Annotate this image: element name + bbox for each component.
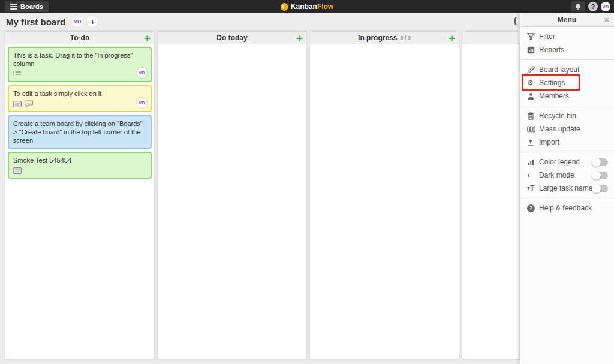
menu-item-board-layout[interactable]: Board layout <box>520 63 614 76</box>
menu-item-label: Large task names <box>539 184 596 192</box>
kanbanflow-logo: KanbanFlow <box>281 2 333 11</box>
question-mark-icon: ? <box>591 4 595 10</box>
bell-icon <box>574 3 582 10</box>
member-icon <box>527 92 539 100</box>
add-task-button[interactable]: + <box>296 32 303 44</box>
description-icon <box>13 101 22 107</box>
board-member-avatar[interactable]: VD <box>71 16 83 28</box>
menu-group: Recycle bin Mass update Import <box>520 106 614 152</box>
menu-item-label: Reports <box>539 46 564 54</box>
menu-item-color-legend[interactable]: Color legend <box>520 155 614 169</box>
column-header: In progress 0 / 3 + <box>310 32 459 44</box>
menu-header: Menu × <box>520 13 614 27</box>
pencil-icon <box>527 66 539 74</box>
menu-item-label: Import <box>539 138 559 146</box>
subtasks-icon <box>13 70 22 77</box>
description-icon <box>13 167 22 174</box>
top-bar: Boards KanbanFlow ? VD <box>0 0 614 13</box>
menu-item-label: Recycle bin <box>539 112 576 120</box>
dark-mode-toggle[interactable] <box>592 172 608 179</box>
column-body <box>310 44 459 359</box>
add-member-button[interactable]: + <box>86 16 98 28</box>
add-task-button[interactable]: + <box>144 32 151 44</box>
column-header: Do today + <box>158 32 306 44</box>
column-in-progress: In progress 0 / 3 + <box>309 31 459 359</box>
menu-item-settings[interactable]: ⚙ Settings <box>520 76 614 89</box>
column-body: This is a task. Drag it to the "In progr… <box>5 44 154 359</box>
menu-title: Menu <box>558 16 576 24</box>
task-assignee-avatar[interactable]: VD <box>136 67 148 79</box>
color-legend-toggle[interactable] <box>592 158 608 166</box>
boards-button[interactable]: Boards <box>5 1 49 12</box>
help-circle-icon: ? <box>527 204 535 212</box>
task-card-text: To edit a task simply click on it <box>13 89 146 98</box>
menu-item-label: Members <box>539 92 569 100</box>
task-card[interactable]: Create a team board by clicking on "Boar… <box>8 115 152 149</box>
menu-item-filter[interactable]: Filter <box>520 30 614 43</box>
gear-icon: ⚙ <box>527 79 539 87</box>
column-title: In progress <box>358 34 397 42</box>
column-body <box>158 44 306 359</box>
column-do-today: Do today + <box>157 31 307 359</box>
mass-update-icon <box>527 126 539 133</box>
help-button[interactable]: ? <box>588 2 598 11</box>
import-icon <box>527 139 539 146</box>
menu-group: Color legend ◐ Dark mode TT Large task n… <box>520 152 614 198</box>
menu-item-label: Color legend <box>539 158 580 166</box>
filter-icon <box>527 33 539 40</box>
logo-text-kanban: Kanban <box>291 2 317 11</box>
task-card-text: This is a task. Drag it to the "In progr… <box>13 51 146 68</box>
boards-button-label: Boards <box>20 3 43 10</box>
clipped-toolbar-icon: ( <box>514 15 517 25</box>
menu-item-dark-mode[interactable]: ◐ Dark mode <box>520 169 614 182</box>
column-header: To-do + <box>5 32 154 44</box>
close-icon[interactable]: × <box>604 14 609 25</box>
large-task-names-toggle[interactable] <box>592 185 608 192</box>
page-title: My first board <box>6 17 65 27</box>
menu-item-large-task-names[interactable]: TT Large task names <box>520 182 614 195</box>
add-task-button[interactable]: + <box>449 32 455 44</box>
reports-icon <box>527 46 539 54</box>
color-legend-icon <box>527 159 539 166</box>
topbar-right-actions: ? VD <box>571 0 610 13</box>
menu-item-reports[interactable]: Reports <box>520 43 614 56</box>
task-assignee-avatar[interactable]: VD <box>136 97 148 109</box>
menu-item-label: Dark mode <box>539 171 574 179</box>
menu-item-label: Mass update <box>539 125 580 133</box>
menu-item-help-feedback[interactable]: ? Help & feedback <box>520 201 614 215</box>
task-card-text: Smoke Test 545454 <box>13 156 146 164</box>
menu-item-label: Filter <box>539 32 555 41</box>
task-card[interactable]: Smoke Test 545454 <box>8 152 152 179</box>
comments-icon <box>25 100 33 107</box>
column-title: Do today <box>216 34 247 42</box>
menu-item-recycle-bin[interactable]: Recycle bin <box>520 109 614 122</box>
menu-item-import[interactable]: Import <box>520 136 614 149</box>
column-title: To-do <box>70 34 89 42</box>
menu-item-mass-update[interactable]: Mass update <box>520 122 614 136</box>
trash-icon <box>527 112 539 120</box>
menu-group: Board layout ⚙ Settings Members <box>520 60 614 106</box>
avatar-initials: VD <box>74 19 82 25</box>
menu-item-label: Board layout <box>539 65 579 74</box>
menu-item-label: Help & feedback <box>539 204 592 212</box>
hamburger-icon <box>10 2 17 11</box>
task-card-text: Create a team board by clicking on "Boar… <box>13 119 146 145</box>
notifications-button[interactable] <box>571 1 585 12</box>
menu-group: ? Help & feedback <box>520 198 614 218</box>
task-card[interactable]: To edit a task simply click on it VD <box>8 85 152 112</box>
user-avatar[interactable]: VD <box>601 2 610 11</box>
text-size-icon: TT <box>527 184 539 192</box>
menu-panel: Menu × Filter Reports Board layout ⚙ Set… <box>519 13 614 364</box>
avatar-initials: VD <box>602 4 609 10</box>
logo-text-flow: Flow <box>317 2 333 11</box>
task-card[interactable]: This is a task. Drag it to the "In progr… <box>8 47 152 82</box>
column-todo: To-do + This is a task. Drag it to the "… <box>5 31 155 359</box>
dark-mode-icon: ◐ <box>527 172 539 179</box>
menu-group: Filter Reports <box>520 27 614 60</box>
menu-item-members[interactable]: Members <box>520 89 614 103</box>
menu-item-label: Settings <box>539 79 565 87</box>
kanbanflow-logo-icon <box>281 3 288 11</box>
wip-limit-counter: 0 / 3 <box>400 35 411 41</box>
